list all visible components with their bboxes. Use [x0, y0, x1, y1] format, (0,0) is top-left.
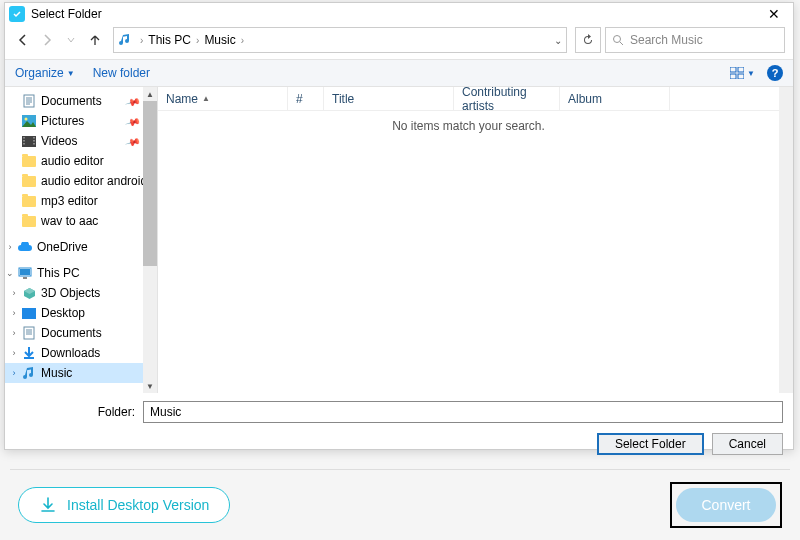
file-list: Name▲ # Title Contributing artists Album… [157, 87, 779, 393]
svg-point-7 [25, 118, 28, 121]
close-button[interactable]: ✕ [759, 4, 789, 24]
desktop-icon [21, 305, 37, 321]
app-icon [9, 6, 25, 22]
svg-rect-14 [33, 143, 35, 145]
col-artists[interactable]: Contributing artists [454, 87, 560, 110]
col-title[interactable]: Title [324, 87, 454, 110]
select-folder-button[interactable]: Select Folder [597, 433, 704, 455]
scroll-down-icon[interactable]: ▼ [143, 379, 157, 393]
select-folder-dialog: Select Folder ✕ › This PC › Music › ⌄ Se… [4, 2, 794, 450]
music-icon [21, 365, 37, 381]
svg-rect-4 [738, 74, 744, 79]
chevron-right-icon: › [138, 35, 145, 46]
address-dropdown[interactable]: ⌄ [554, 35, 562, 46]
install-desktop-button[interactable]: Install Desktop Version [18, 487, 230, 523]
tree-documents[interactable]: Documents📌 [5, 91, 157, 111]
breadcrumb-music[interactable]: Music [201, 33, 238, 47]
empty-message: No items match your search. [158, 111, 779, 393]
folder-input[interactable] [143, 401, 783, 423]
nav-row: › This PC › Music › ⌄ Search Music [5, 25, 793, 59]
scroll-thumb[interactable] [143, 101, 157, 266]
svg-rect-2 [738, 67, 744, 72]
page-bottom-bar: Install Desktop Version Convert [0, 480, 800, 530]
scroll-up-icon[interactable]: ▲ [143, 87, 157, 101]
svg-rect-1 [730, 67, 736, 72]
download-icon [21, 345, 37, 361]
svg-rect-19 [24, 327, 34, 339]
svg-rect-13 [33, 140, 35, 142]
svg-point-0 [614, 36, 621, 43]
view-menu[interactable]: ▼ [730, 67, 755, 79]
tree-music[interactable]: ›Music [5, 363, 157, 383]
tree-folder[interactable]: audio editor android [5, 171, 157, 191]
dialog-footer: Folder: Select Folder Cancel [5, 393, 793, 463]
svg-rect-16 [20, 269, 30, 275]
dialog-title: Select Folder [31, 7, 102, 21]
tree-folder[interactable]: wav to aac [5, 211, 157, 231]
col-num[interactable]: # [288, 87, 324, 110]
tree-3dobjects[interactable]: ›3D Objects [5, 283, 157, 303]
pictures-icon [21, 113, 37, 129]
folder-icon [21, 173, 37, 189]
main-area: Documents📌 Pictures📌 Videos📌 audio edito… [5, 87, 793, 393]
refresh-button[interactable] [575, 27, 601, 53]
convert-button[interactable]: Convert [676, 488, 776, 522]
folder-icon [21, 193, 37, 209]
search-icon [612, 34, 624, 46]
svg-rect-3 [730, 74, 736, 79]
tree-desktop[interactable]: ›Desktop [5, 303, 157, 323]
chevron-right-icon: › [239, 35, 246, 46]
music-icon [118, 32, 134, 48]
pin-icon: 📌 [125, 93, 141, 109]
folder-label: Folder: [15, 405, 135, 419]
tree-folder[interactable]: mp3 editor [5, 191, 157, 211]
tree-thispc[interactable]: ⌄This PC [5, 263, 157, 283]
folder-icon [21, 213, 37, 229]
nav-tree: Documents📌 Pictures📌 Videos📌 audio edito… [5, 87, 157, 393]
svg-rect-10 [23, 140, 25, 142]
pin-icon: 📌 [125, 133, 141, 149]
tree-downloads[interactable]: ›Downloads [5, 343, 157, 363]
videos-icon [21, 133, 37, 149]
help-button[interactable]: ? [767, 65, 783, 81]
svg-rect-17 [23, 277, 27, 279]
search-box[interactable]: Search Music [605, 27, 785, 53]
pin-icon: 📌 [125, 113, 141, 129]
toolbar: Organize▼ New folder ▼ ? [5, 59, 793, 87]
tree-scrollbar[interactable]: ▲ ▼ [143, 87, 157, 393]
cube-icon [21, 285, 37, 301]
svg-rect-12 [33, 137, 35, 139]
tree-pictures[interactable]: Pictures📌 [5, 111, 157, 131]
pc-icon [17, 265, 33, 281]
svg-rect-5 [24, 95, 34, 107]
tree-onedrive[interactable]: ›OneDrive [5, 237, 157, 257]
col-name[interactable]: Name▲ [158, 87, 288, 110]
col-album[interactable]: Album [560, 87, 670, 110]
download-icon [39, 496, 57, 514]
back-button[interactable] [13, 30, 33, 50]
document-icon [21, 93, 37, 109]
list-header: Name▲ # Title Contributing artists Album [158, 87, 779, 111]
organize-menu[interactable]: Organize▼ [15, 66, 75, 80]
address-bar[interactable]: › This PC › Music › ⌄ [113, 27, 567, 53]
tree-documents2[interactable]: ›Documents [5, 323, 157, 343]
svg-rect-18 [22, 308, 36, 319]
forward-button[interactable] [37, 30, 57, 50]
cancel-button[interactable]: Cancel [712, 433, 783, 455]
list-scrollbar[interactable] [779, 87, 793, 393]
tree-videos[interactable]: Videos📌 [5, 131, 157, 151]
search-placeholder: Search Music [630, 33, 703, 47]
convert-highlight: Convert [670, 482, 782, 528]
svg-rect-9 [23, 137, 25, 139]
breadcrumb-thispc[interactable]: This PC [145, 33, 194, 47]
svg-rect-11 [23, 143, 25, 145]
folder-icon [21, 153, 37, 169]
newfolder-button[interactable]: New folder [93, 66, 150, 80]
titlebar: Select Folder ✕ [5, 3, 793, 25]
up-button[interactable] [85, 30, 105, 50]
cloud-icon [17, 239, 33, 255]
chevron-right-icon: › [194, 35, 201, 46]
tree-folder[interactable]: audio editor [5, 151, 157, 171]
recent-dropdown[interactable] [61, 30, 81, 50]
document-icon [21, 325, 37, 341]
